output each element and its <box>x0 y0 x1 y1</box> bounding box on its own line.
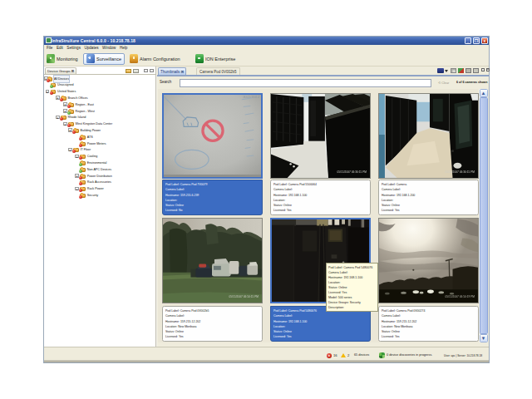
svg-text:05/15/2007 06:50:19 PM: 05/15/2007 06:50:19 PM <box>446 295 475 298</box>
svg-text:05/15/2007 06:50:15 PM: 05/15/2007 06:50:15 PM <box>229 295 259 298</box>
svg-text:05/15/2007 06:30:15 PM: 05/15/2007 06:30:15 PM <box>337 170 367 174</box>
svg-text:05/15/2007 06:30:15 PM: 05/15/2007 06:30:15 PM <box>446 170 475 174</box>
svg-text:18.6.2x 16.01.4: 18.6.2x 16.01.4 <box>243 96 259 99</box>
